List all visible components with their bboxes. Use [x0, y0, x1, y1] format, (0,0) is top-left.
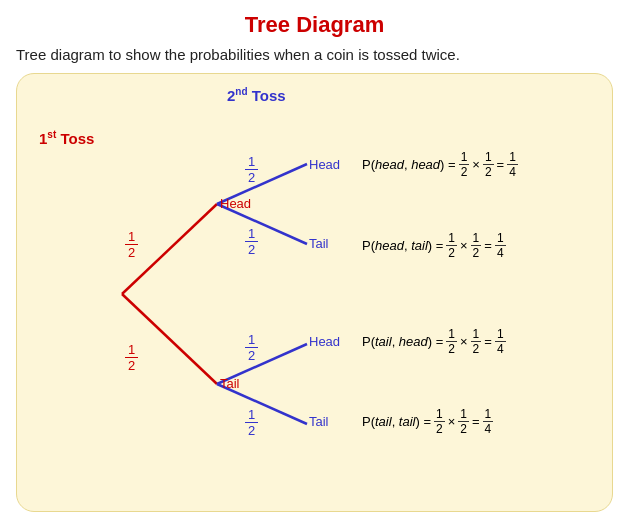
tail-label-ul: Tail	[309, 236, 329, 251]
frac-uu: 1 2	[245, 154, 258, 185]
frac-lu: 1 2	[245, 332, 258, 363]
prob-ht: P(head, tail) = 1 2 × 1 2 = 1 4	[362, 231, 506, 260]
page: Tree Diagram Tree diagram to show the pr…	[0, 0, 629, 524]
frac-ul: 1 2	[245, 226, 258, 257]
subtitle: Tree diagram to show the probabilities w…	[16, 46, 613, 63]
frac-ll: 1 2	[245, 407, 258, 438]
head-label-lu: Head	[309, 334, 340, 349]
page-title: Tree Diagram	[16, 12, 613, 38]
head-label-first: Head	[220, 196, 251, 211]
prob-th: P(tail, head) = 1 2 × 1 2 = 1 4	[362, 327, 506, 356]
prob-hh: P(head, head) = 1 2 × 1 2 = 1 4	[362, 150, 518, 179]
prob-tt: P(tail, tail) = 1 2 × 1 2 = 1 4	[362, 407, 493, 436]
head-label-uu: Head	[309, 157, 340, 172]
frac-first-lower: 1 2	[125, 342, 138, 373]
tail-label-first: Tail	[220, 376, 240, 391]
tail-label-ll: Tail	[309, 414, 329, 429]
diagram-container: 2nd Toss 1st Toss 1 2 Head	[16, 73, 613, 512]
tree-diagram-svg	[17, 74, 612, 511]
frac-first-upper: 1 2	[125, 229, 138, 260]
